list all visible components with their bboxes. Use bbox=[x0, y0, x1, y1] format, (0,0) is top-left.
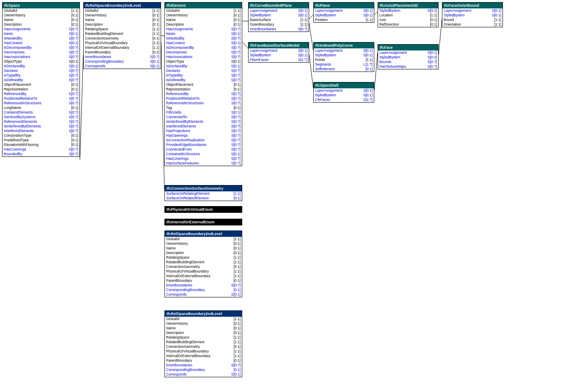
uml-row: Name[0:1] bbox=[84, 18, 161, 22]
uml-row: StyledByItemS[0:1] bbox=[314, 93, 374, 98]
field-name: ContainedInStructure bbox=[166, 152, 230, 156]
uml-row: RelatedBuildingElement[1:1] bbox=[84, 32, 161, 36]
field-type: [1:1] bbox=[365, 58, 373, 62]
uml-box-IfcElement: IfcElementGlobalId[1:1]OwnerHistory[0:1]… bbox=[164, 2, 242, 166]
svg-line-8 bbox=[309, 55, 313, 88]
field-name: IsTypedBy bbox=[4, 73, 67, 78]
field-name: PositionedRelativeTo bbox=[166, 96, 230, 101]
field-type: [1:1] bbox=[494, 22, 501, 27]
field-name: IsDefinedBy bbox=[4, 78, 67, 82]
uml-box-IfcConnectionSurfaceGeometry: IfcConnectionSurfaceGeometrySurfaceOnRel… bbox=[164, 185, 242, 201]
field-name: HasProjections bbox=[166, 129, 230, 133]
field-type: [0:1] bbox=[233, 368, 241, 372]
field-name: IsNestedBy bbox=[4, 36, 67, 41]
uml-row: Representation[0:1] bbox=[165, 87, 242, 92]
uml-row: GlobalId[1:1] bbox=[165, 8, 242, 13]
uml-row: IsTypedByS[0:?] bbox=[165, 73, 242, 78]
field-type: S[0:?] bbox=[69, 147, 78, 152]
field-name: LayerAssignment bbox=[379, 50, 426, 55]
uml-row: PredefinedType[0:1] bbox=[3, 138, 79, 143]
field-name: LongName bbox=[4, 106, 69, 110]
field-name: GlobalId bbox=[166, 317, 232, 321]
field-name: HasAssignments bbox=[166, 27, 230, 32]
uml-row: HasProjectionsS[0:?] bbox=[165, 129, 242, 133]
uml-row: Representation[0:1] bbox=[3, 87, 79, 92]
field-type: S[0:1] bbox=[298, 48, 307, 53]
field-name: Decomposes bbox=[166, 50, 230, 55]
field-type: [0:1] bbox=[152, 13, 159, 18]
field-name: ParentBoundary bbox=[166, 278, 232, 283]
field-type: S[0:?] bbox=[231, 92, 241, 96]
field-name: SurfaceOnRelatedElement bbox=[166, 196, 232, 201]
field-type: [0:1] bbox=[233, 326, 241, 331]
field-type: S[0:?] bbox=[231, 129, 241, 133]
field-name: GlobalId bbox=[4, 8, 69, 13]
uml-header-IfcFaceBasedSurfaceModel: IfcFaceBasedSurfaceModel bbox=[249, 42, 309, 48]
field-type: [1:1] bbox=[365, 18, 373, 22]
field-type: S[0:1] bbox=[298, 13, 307, 18]
field-type: [0:1] bbox=[233, 87, 241, 92]
uml-row: ParentBoundary[0:1] bbox=[165, 278, 242, 283]
uml-header-IfcPhysicalOrVirtualEnum: IfcPhysicalOrVirtualEnum bbox=[165, 207, 242, 212]
field-name: BasisSurface bbox=[250, 18, 299, 22]
uml-body-IfcAxis2Placement3D: StyledByItemS[0:1]Location[1:1]Axis[0:1]… bbox=[378, 8, 438, 27]
uml-row: IsDefinedByS[0:?] bbox=[3, 78, 79, 82]
field-name: HasAssociations bbox=[166, 55, 230, 59]
uml-header-IfcInternalOrExternalEnum: IfcInternalOrExternalEnum bbox=[165, 219, 242, 225]
uml-row: Points[1:1] bbox=[314, 58, 374, 62]
field-name: ParentBoundary bbox=[166, 358, 232, 363]
field-name: IsInterferedByElements bbox=[166, 119, 230, 124]
field-name: SurfaceOnRelatingElement bbox=[166, 191, 232, 196]
field-name: LayerAssignment bbox=[315, 48, 362, 53]
field-name: GlobalId bbox=[166, 8, 232, 13]
uml-header-IfcElement: IfcElement bbox=[165, 3, 242, 8]
field-name: IsDecomposedBy bbox=[166, 45, 230, 50]
field-name: HasCoverings bbox=[4, 147, 67, 152]
uml-row: InnerBoundariesS[0:?] bbox=[165, 363, 242, 368]
field-name: LayerAssignment bbox=[315, 8, 362, 13]
uml-box-IfcPlane: IfcPlaneLayerAssignmentS[0:1]StyledByIte… bbox=[313, 2, 374, 23]
field-type: S[0:?] bbox=[231, 36, 241, 41]
field-type: [1:1] bbox=[233, 349, 241, 354]
uml-body-IfcCurveBoundedPlane: LayerAssignmentS[0:1]StyledByItemS[0:1]B… bbox=[249, 8, 309, 32]
field-type: S[1:?] bbox=[363, 98, 373, 102]
uml-row: DeclaresS[0:?] bbox=[165, 69, 242, 73]
field-type: S[0:?] bbox=[69, 36, 78, 41]
field-type: S[0:1] bbox=[492, 13, 501, 18]
field-type: S[0:1] bbox=[231, 32, 241, 36]
field-name: ReferencedInStructures bbox=[4, 101, 67, 106]
field-type: S[0:?] bbox=[69, 69, 78, 73]
uml-row: InterferesElementsS[0:?] bbox=[165, 124, 242, 129]
field-name: LayerAssignment bbox=[315, 88, 362, 93]
field-type: [0:1] bbox=[233, 82, 241, 87]
field-type: S[0:1] bbox=[363, 88, 373, 93]
uml-row: Axis[0:1] bbox=[378, 18, 438, 22]
field-type: [1:1] bbox=[233, 340, 241, 344]
field-name: Segments bbox=[315, 62, 362, 67]
field-type: S[0:?] bbox=[231, 78, 241, 82]
field-type: S[0:1] bbox=[492, 8, 501, 13]
uml-row: IsInterferedByElementsS[0:?] bbox=[165, 119, 242, 124]
field-name: HasAssociations bbox=[4, 55, 67, 59]
field-type: [0:1] bbox=[365, 67, 373, 72]
field-type: [0:1] bbox=[430, 18, 437, 22]
field-type: [0:1] bbox=[71, 13, 78, 18]
field-name: InternalOrExternalBoundary bbox=[166, 274, 232, 278]
field-name: StyledByItem bbox=[444, 13, 490, 18]
uml-row: LayerAssignmentS[0:1] bbox=[378, 50, 438, 55]
field-name: CompositionType bbox=[4, 133, 69, 138]
field-type: S[0:?] bbox=[69, 27, 78, 32]
field-name: Tag bbox=[166, 106, 232, 110]
uml-row: HasTextureMapsS[0:?] bbox=[378, 64, 438, 69]
uml-row: Location[1:1] bbox=[378, 13, 438, 18]
field-type: [0:1] bbox=[152, 50, 159, 55]
field-name: GlobalId bbox=[85, 8, 151, 13]
field-name: PredefinedType bbox=[4, 138, 69, 143]
field-name: HasContext bbox=[166, 41, 230, 45]
field-name: Decomposes bbox=[4, 50, 67, 55]
uml-row: Description[0:1] bbox=[84, 22, 161, 27]
uml-row: ReferencedInStructuresS[0:?] bbox=[3, 101, 79, 106]
field-type: S[0:?] bbox=[69, 78, 78, 82]
field-type: [1:1] bbox=[233, 237, 241, 241]
field-type: [0:1] bbox=[71, 143, 78, 147]
